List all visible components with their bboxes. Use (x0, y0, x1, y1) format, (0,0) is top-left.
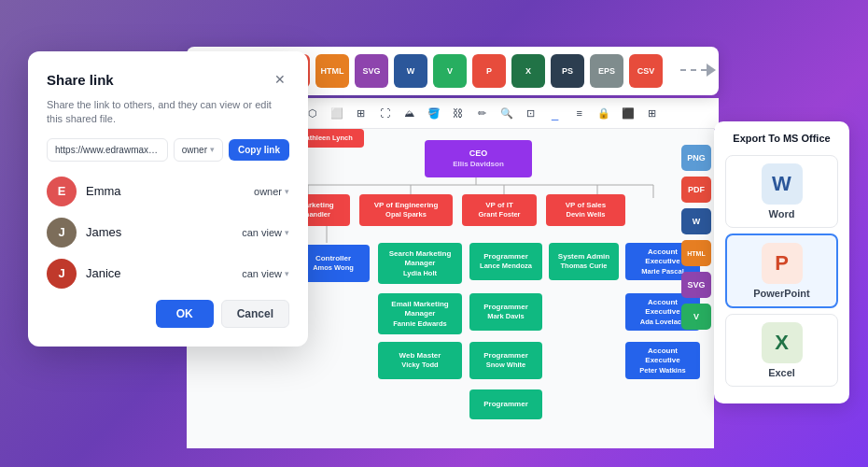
zoom-in-tool[interactable]: 🔍 (496, 102, 518, 124)
excel-export-icon: X (762, 322, 803, 363)
dialog-subtitle: Share the link to others, and they can v… (47, 98, 289, 127)
chevron-down-icon-james: ▾ (285, 228, 289, 237)
export-word[interactable]: W Word (725, 155, 838, 228)
link-tool[interactable]: ⛓ (447, 102, 469, 124)
visio-icon[interactable]: V (433, 54, 467, 88)
search-marketing: Search Marketing Manager Lydia Holt (378, 243, 462, 284)
csv-icon[interactable]: CSV (629, 54, 663, 88)
word-export-icon: W (762, 163, 803, 205)
user-name-emma: Emma (86, 184, 245, 198)
edit-tool[interactable]: ✏ (471, 102, 494, 124)
programmer-lance: Programmer Lance Mendoza (469, 243, 542, 280)
avatar-emma: E (47, 177, 77, 206)
email-marketing: Email Marketing Manager Fannie Edwards (378, 293, 462, 334)
cancel-button[interactable]: Cancel (221, 300, 289, 328)
svg-icon[interactable]: SVG (355, 54, 388, 88)
chevron-down-icon-emma: ▾ (285, 187, 289, 196)
side-png-icon[interactable]: PNG (681, 145, 711, 171)
export-excel[interactable]: X Excel (725, 314, 838, 387)
html-icon[interactable]: HTML (315, 54, 349, 88)
vp-engineering: VP of Engineering Opal Sparks (359, 194, 453, 226)
ok-button[interactable]: OK (156, 300, 214, 328)
role-label-janice: can view (242, 268, 282, 279)
close-button[interactable]: ✕ (271, 70, 289, 89)
web-master: Web Master Vicky Todd (378, 342, 462, 379)
user-name-janice: Janice (86, 266, 232, 280)
ps-icon[interactable]: PS (551, 54, 584, 88)
mountain-tool[interactable]: ⛰ (399, 102, 421, 124)
rect-tool[interactable]: ⬜ (326, 102, 348, 124)
programmer-mark: Programmer Mark Davis (469, 293, 542, 331)
vp-it: VP of IT Grant Foster (462, 194, 537, 226)
export-powerpoint[interactable]: P PowerPoint (725, 234, 838, 308)
link-role-dropdown[interactable]: owner ▾ (174, 138, 223, 162)
export-panel: Export To MS Office W Word P PowerPoint … (714, 121, 849, 403)
side-visio-icon[interactable]: V (681, 304, 711, 330)
copy-link-button[interactable]: Copy link (229, 139, 289, 161)
share-dialog: Share link ✕ Share the link to others, a… (28, 51, 308, 347)
role-dropdown-emma[interactable]: owner ▾ (254, 186, 289, 197)
acct-exec-peter: Account Executive Peter Watkins (625, 342, 700, 379)
user-row-emma: E Emma owner ▾ (47, 177, 289, 206)
ceo-node: CEO Ellis Davidson (425, 140, 532, 177)
link-input[interactable]: https://www.edrawmax.com/online/fil (47, 138, 168, 162)
ppt-export-icon: P (762, 243, 803, 284)
word-label: Word (769, 208, 795, 219)
export-panel-title: Export To MS Office (725, 133, 838, 144)
user-name-james: James (86, 225, 232, 239)
side-word-icon[interactable]: W (681, 208, 711, 234)
programmer-snow: Programmer Snow White (469, 342, 542, 379)
dialog-footer: OK Cancel (47, 300, 289, 328)
programmer-bottom: Programmer (469, 389, 542, 419)
vp-sales: VP of Sales Devin Wells (546, 194, 625, 226)
lock-tool[interactable]: 🔒 (593, 102, 615, 124)
avatar-initial-james: J (47, 218, 77, 248)
excel-icon[interactable]: X (511, 54, 545, 88)
avatar-janice: J (47, 259, 77, 289)
user-row-janice: J Janice can view ▾ (47, 259, 289, 289)
excel-label: Excel (768, 367, 795, 378)
avatar-initial-janice: J (47, 259, 77, 289)
role-dropdown-james[interactable]: can view ▾ (242, 227, 289, 238)
chart-tool[interactable]: ⛶ (374, 102, 397, 124)
grid-tool[interactable]: ⊞ (641, 102, 664, 124)
crop-tool[interactable]: ⊡ (520, 102, 542, 124)
avatar-initial-emma: E (47, 177, 77, 206)
fill-tool[interactable]: 🪣 (423, 102, 445, 124)
role-label-emma: owner (254, 186, 282, 197)
side-html-icon[interactable]: HTML (681, 240, 711, 266)
table-tool[interactable]: ⊞ (350, 102, 372, 124)
chevron-down-icon: ▾ (210, 145, 215, 154)
link-role-label: owner (182, 145, 207, 155)
system-admin: System Admin Thomas Curie (549, 243, 619, 280)
dialog-title: Share link (47, 72, 114, 88)
avatar-james: J (47, 218, 77, 248)
user-row-james: J James can view ▾ (47, 218, 289, 248)
dash-tool[interactable]: ≡ (568, 102, 591, 124)
photo-tool[interactable]: ⬛ (617, 102, 639, 124)
side-svg-icon[interactable]: SVG (681, 272, 711, 298)
dialog-header: Share link ✕ (47, 70, 289, 89)
line-tool[interactable]: _ (544, 102, 567, 124)
side-pdf-icon[interactable]: PDF (681, 177, 711, 203)
ppt-icon[interactable]: P (472, 54, 506, 88)
eps-icon[interactable]: EPS (590, 54, 623, 88)
role-label-james: can view (242, 227, 282, 238)
word-icon[interactable]: W (394, 54, 427, 88)
export-side-icons: PNG PDF W HTML SVG V (681, 145, 711, 330)
link-row: https://www.edrawmax.com/online/fil owne… (47, 138, 289, 162)
role-dropdown-janice[interactable]: can view ▾ (242, 268, 289, 279)
ppt-label: PowerPoint (753, 288, 810, 299)
chevron-down-icon-janice: ▾ (285, 269, 289, 278)
